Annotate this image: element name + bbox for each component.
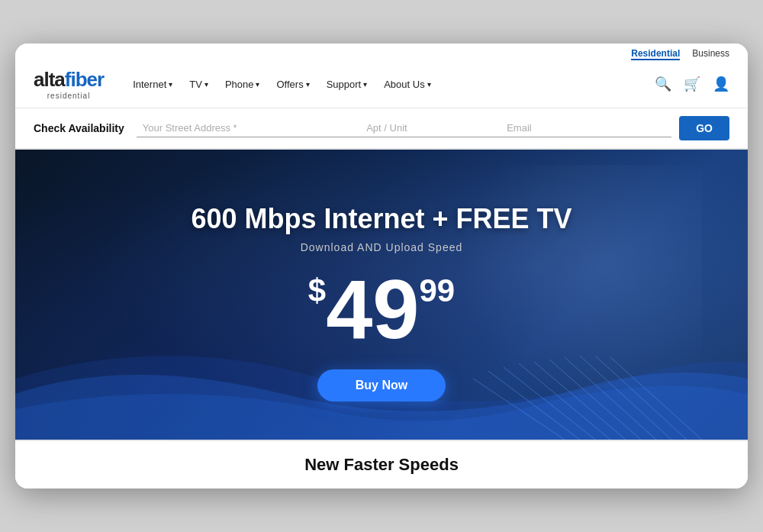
check-availability-bar: Check Availability GO xyxy=(15,108,748,150)
browser-frame: Residential Business altafiber residenti… xyxy=(15,44,748,488)
business-link[interactable]: Business xyxy=(692,48,729,60)
chevron-down-icon: ▾ xyxy=(204,80,208,89)
navbar: altafiber residential Internet ▾ TV ▾ Ph… xyxy=(15,60,748,108)
address-input[interactable] xyxy=(137,119,360,137)
price-dollar: $ xyxy=(308,275,326,307)
nav-links: Internet ▾ TV ▾ Phone ▾ Offers ▾ Support… xyxy=(125,74,655,95)
price-main: 49 xyxy=(326,267,419,351)
apt-input[interactable] xyxy=(360,119,501,137)
logo-fiber: fiber xyxy=(65,68,104,91)
logo-alta: alta xyxy=(34,68,65,91)
bottom-bar-text: New Faster Speeds xyxy=(304,455,459,474)
go-button[interactable]: GO xyxy=(679,116,729,140)
nav-phone[interactable]: Phone ▾ xyxy=(217,74,268,95)
nav-offers[interactable]: Offers ▾ xyxy=(269,74,317,95)
logo: altafiber xyxy=(34,68,104,92)
nav-about[interactable]: About Us ▾ xyxy=(376,74,438,95)
chevron-down-icon: ▾ xyxy=(363,80,367,89)
nav-support[interactable]: Support ▾ xyxy=(319,74,375,95)
hero-price: $ 49 99 xyxy=(191,267,571,351)
hero-content: 600 Mbps Internet + FREE TV Download AND… xyxy=(175,172,587,417)
chevron-down-icon: ▾ xyxy=(427,80,431,89)
logo-sub: residential xyxy=(34,92,104,100)
chevron-down-icon: ▾ xyxy=(256,80,259,89)
nav-icons: 🔍 🛒 👤 xyxy=(655,76,729,92)
nav-tv[interactable]: TV ▾ xyxy=(182,74,216,95)
hero-section: 600 Mbps Internet + FREE TV Download AND… xyxy=(15,150,748,440)
nav-internet[interactable]: Internet ▾ xyxy=(125,74,180,95)
buy-now-button[interactable]: Buy Now xyxy=(317,369,446,401)
search-icon[interactable]: 🔍 xyxy=(655,76,671,92)
chevron-down-icon: ▾ xyxy=(169,80,172,89)
account-icon[interactable]: 👤 xyxy=(713,76,729,92)
price-cents: 99 xyxy=(420,275,456,307)
cart-icon[interactable]: 🛒 xyxy=(684,76,700,92)
hero-subtitle: Download AND Upload Speed xyxy=(191,241,571,253)
logo-area: altafiber residential xyxy=(34,68,104,100)
top-bar: Residential Business xyxy=(15,44,748,60)
chevron-down-icon: ▾ xyxy=(306,80,310,89)
check-label: Check Availability xyxy=(34,122,124,134)
email-input[interactable] xyxy=(501,119,671,137)
residential-link[interactable]: Residential xyxy=(631,48,680,60)
hero-title: 600 Mbps Internet + FREE TV xyxy=(191,203,571,235)
bottom-bar: New Faster Speeds xyxy=(15,440,748,488)
